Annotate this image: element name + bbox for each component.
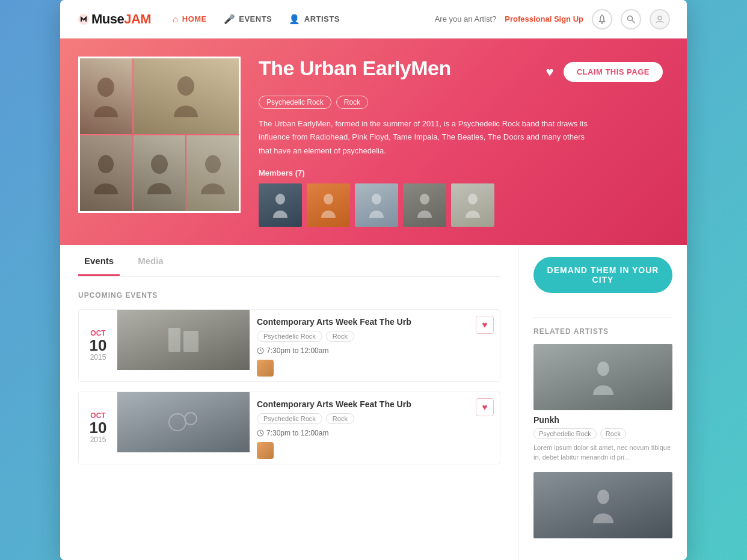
related-artist-2	[533, 472, 672, 538]
related-artist-photo-1[interactable]	[533, 344, 672, 410]
pro-signup-link[interactable]: Professional Sign Up	[505, 14, 583, 23]
tab-media[interactable]: Media	[132, 245, 170, 276]
right-section: DEMAND THEM IN YOUR CITY RELATED ARTISTS…	[518, 245, 687, 560]
event-avatar-2	[257, 442, 274, 459]
event-tag-rock-2[interactable]: Rock	[326, 413, 354, 424]
divider-1	[533, 317, 672, 318]
event-favorite-2[interactable]: ♥	[476, 398, 494, 416]
search-button[interactable]	[621, 9, 641, 29]
related-artist-tags-1: Psychedelic Rock Rock	[533, 428, 672, 439]
logo-muse: Muse	[91, 11, 124, 27]
event-year-2: 2015	[90, 435, 106, 444]
event-card-2: Oct 10 2015 Contemporary Arts Week Feat …	[78, 392, 500, 464]
svg-point-9	[275, 194, 285, 205]
band-photo-grid	[78, 57, 241, 213]
left-section: Events Media UPCOMING EVENTS Oct 10 2015…	[60, 245, 518, 560]
event-image-1	[117, 310, 250, 370]
svg-point-0	[601, 22, 603, 23]
members-photos	[259, 183, 663, 227]
svg-point-20	[185, 413, 197, 425]
band-photo-2	[134, 58, 239, 134]
svg-point-1	[628, 16, 633, 20]
event-card-1: Oct 10 2015 Contemporary Arts Week Feat …	[78, 309, 500, 382]
event-details-2: Contemporary Arts Week Feat The Urb Psyc…	[250, 392, 500, 464]
band-photo-3	[80, 135, 132, 211]
event-title-2: Contemporary Arts Week Feat The Urb	[257, 399, 493, 409]
band-name: The Urban EarlyMen	[259, 57, 451, 80]
event-date-1: Oct 10 2015	[79, 310, 117, 381]
event-year-1: 2015	[90, 353, 106, 362]
app-container: MuseJAM ⌂ HOME 🎤 EVENTS 👤 ARTISTS Are yo…	[60, 0, 687, 559]
genre-tags: Psychedelic Rock Rock	[259, 96, 663, 109]
event-time-2: 7:30pm to 12:00am	[257, 429, 493, 437]
event-tag-rock-1[interactable]: Rock	[326, 331, 354, 342]
svg-rect-15	[183, 331, 198, 352]
notification-button[interactable]	[592, 9, 612, 29]
nav-artists[interactable]: 👤 ARTISTS	[289, 14, 340, 25]
nav-links: ⌂ HOME 🎤 EVENTS 👤 ARTISTS	[173, 14, 434, 25]
event-day-2: 10	[90, 420, 107, 435]
hero-section: The Urban EarlyMen ♥ CLAIM THIS PAGE Psy…	[60, 38, 687, 244]
svg-line-23	[260, 433, 262, 434]
member-photo-4[interactable]	[403, 183, 446, 227]
member-photo-1[interactable]	[259, 183, 302, 227]
event-avatar-1	[257, 360, 274, 377]
user-avatar-button[interactable]	[650, 9, 670, 29]
event-image-2	[117, 392, 250, 452]
band-description: The Urban EarlyMen, formed in the summer…	[259, 117, 595, 157]
band-photo-4	[134, 135, 186, 211]
band-header-row: The Urban EarlyMen ♥ CLAIM THIS PAGE	[259, 57, 663, 87]
related-artist-name-1: Punkh	[533, 415, 672, 425]
related-artist-1: Punkh Psychedelic Rock Rock Lorem ipsum …	[533, 344, 672, 463]
artist-question: Are you an Artist?	[435, 14, 497, 23]
member-photo-5[interactable]	[451, 183, 494, 227]
band-photo-1	[80, 58, 132, 134]
related-tag-rock-1[interactable]: Rock	[600, 428, 626, 439]
content-tabs: Events Media	[78, 245, 500, 277]
demand-button[interactable]: DEMAND THEM IN YOUR CITY	[533, 257, 672, 293]
band-info: The Urban EarlyMen ♥ CLAIM THIS PAGE Psy…	[259, 57, 663, 226]
event-favorite-1[interactable]: ♥	[476, 316, 494, 334]
artists-icon: 👤	[289, 14, 301, 25]
band-photo-5	[186, 135, 239, 211]
home-icon: ⌂	[173, 14, 179, 24]
favorite-button[interactable]: ♥	[546, 64, 554, 80]
svg-point-25	[597, 490, 609, 504]
event-tag-psychedelic-2[interactable]: Psychedelic Rock	[257, 413, 322, 424]
svg-point-8	[205, 155, 221, 173]
event-tags-2: Psychedelic Rock Rock	[257, 413, 493, 424]
member-photo-3[interactable]	[355, 183, 398, 227]
svg-rect-14	[168, 328, 180, 352]
claim-page-button[interactable]: CLAIM THIS PAGE	[564, 62, 663, 82]
event-date-2: Oct 10 2015	[79, 392, 117, 464]
svg-line-2	[632, 20, 635, 23]
logo: MuseJAM	[77, 11, 151, 27]
nav-right: Are you an Artist? Professional Sign Up	[435, 9, 670, 29]
main-content: Events Media UPCOMING EVENTS Oct 10 2015…	[60, 245, 687, 560]
svg-point-24	[597, 362, 609, 376]
svg-point-7	[151, 155, 168, 174]
related-tag-psychedelic-1[interactable]: Psychedelic Rock	[533, 428, 597, 439]
related-artists-title: RELATED ARTISTS	[533, 327, 672, 336]
event-tag-psychedelic-1[interactable]: Psychedelic Rock	[257, 331, 322, 342]
svg-point-10	[324, 194, 333, 205]
svg-line-18	[260, 351, 262, 351]
tag-rock[interactable]: Rock	[336, 96, 368, 109]
event-tags-1: Psychedelic Rock Rock	[257, 331, 493, 342]
tag-psychedelic-rock[interactable]: Psychedelic Rock	[259, 96, 331, 109]
related-artist-photo-2[interactable]	[533, 472, 672, 538]
nav-home[interactable]: ⌂ HOME	[173, 14, 207, 24]
navbar: MuseJAM ⌂ HOME 🎤 EVENTS 👤 ARTISTS Are yo…	[60, 0, 687, 38]
members-label: Members (7)	[259, 168, 663, 177]
svg-point-13	[468, 194, 478, 205]
event-details-1: Contemporary Arts Week Feat The Urb Psyc…	[250, 310, 500, 381]
logo-jam: JAM	[124, 11, 151, 27]
svg-point-3	[658, 16, 662, 20]
svg-point-19	[169, 414, 186, 431]
svg-point-11	[372, 194, 381, 205]
tab-events[interactable]: Events	[78, 245, 120, 276]
upcoming-events-title: UPCOMING EVENTS	[78, 291, 500, 300]
member-photo-2[interactable]	[307, 183, 350, 227]
nav-events[interactable]: 🎤 EVENTS	[224, 14, 272, 25]
related-artist-desc-1: Lorem ipsum dolor sit amet, nec novum ti…	[533, 443, 672, 463]
